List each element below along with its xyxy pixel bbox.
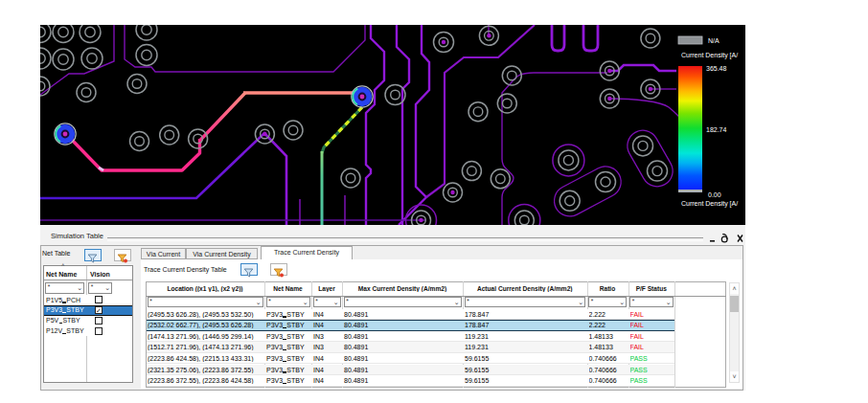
svg-text:365.48: 365.48 [706,65,727,72]
svg-text:0.00: 0.00 [708,191,721,198]
svg-text:182.74: 182.74 [706,126,727,133]
svg-text:Current Density [A/: Current Density [A/ [681,52,738,59]
svg-text:N/A: N/A [708,37,720,44]
svg-text:Current Density [A/: Current Density [A/ [681,200,738,208]
